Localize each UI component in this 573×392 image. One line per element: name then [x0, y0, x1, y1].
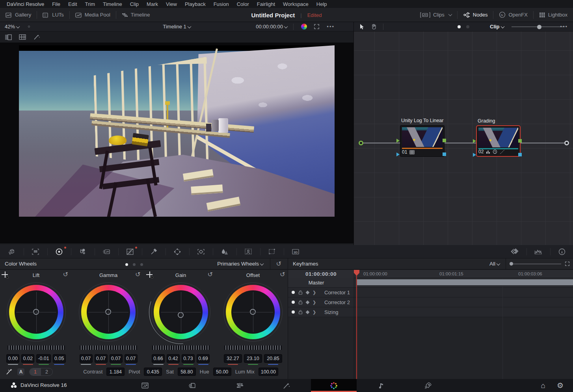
power-windows-tool[interactable]	[166, 245, 189, 258]
wheel-inner-area[interactable]	[231, 290, 275, 334]
master-track-bar[interactable]	[357, 279, 573, 285]
blur-tool[interactable]	[213, 245, 236, 258]
gamma-value-master[interactable]: 0.07	[80, 354, 93, 363]
gallery-button[interactable]: Gallery	[0, 8, 37, 22]
camera-raw-tool[interactable]	[0, 245, 24, 258]
fairlight-page-button[interactable]	[358, 379, 404, 392]
wheels-mode-select[interactable]: Primaries Wheels	[217, 261, 263, 267]
cursor-arrow-icon[interactable]	[359, 24, 365, 30]
menu-edit[interactable]: Edit	[65, 0, 80, 8]
options-menu-icon[interactable]: •••	[560, 24, 568, 30]
menu-fairlight[interactable]: Fairlight	[253, 0, 279, 8]
media-pool-button[interactable]: Media Pool	[70, 8, 116, 22]
reset-lift-icon[interactable]: ↺	[63, 271, 68, 278]
media-page-button[interactable]	[122, 379, 168, 392]
cut-page-button[interactable]	[169, 379, 215, 392]
view-dot-b[interactable]	[466, 25, 469, 28]
expand-icon[interactable]	[314, 24, 320, 30]
node-input-rgb-port[interactable]	[396, 139, 400, 143]
source-node-port[interactable]	[359, 141, 363, 145]
qualifier-tool[interactable]	[142, 245, 166, 258]
expand-icon[interactable]	[565, 261, 570, 266]
reset-gain-icon[interactable]: ↺	[208, 271, 213, 278]
wheel-inner-area[interactable]	[87, 290, 130, 334]
output-node-port[interactable]	[564, 141, 569, 145]
reset-all-icon[interactable]: ↺	[276, 261, 281, 267]
menu-workspace[interactable]: Workspace	[279, 0, 312, 8]
openfx-button[interactable]: fxOpenFX	[493, 8, 533, 22]
node-zoom-handle[interactable]	[537, 25, 541, 29]
expand-chevron-icon[interactable]: ❯	[313, 310, 316, 315]
keyframes-ruler[interactable]: 01:00:00:0001:00:01:1501:00:03:06	[354, 270, 573, 278]
gain-value-master[interactable]: 0.66	[152, 354, 165, 363]
wheel-inner-area[interactable]	[15, 290, 58, 334]
expand-chevron-icon[interactable]: ❯	[313, 300, 316, 305]
viewer-canvas[interactable]	[0, 43, 353, 243]
keyframes-tool[interactable]	[503, 245, 526, 258]
track-enable-dot[interactable]	[292, 310, 295, 314]
key-tool[interactable]	[236, 245, 260, 258]
reset-offset-icon[interactable]: ↺	[280, 271, 285, 278]
offset-master-wheel[interactable]	[222, 345, 284, 351]
lift-value-red[interactable]: 0.02	[21, 354, 34, 363]
motion-effects-tool[interactable]	[95, 245, 118, 258]
node-mode-select[interactable]: Clip	[490, 24, 504, 30]
timeline-button[interactable]: Timeline	[116, 8, 156, 22]
lightbox-button[interactable]: Lightbox	[534, 8, 573, 22]
pan-hand-icon[interactable]	[371, 24, 377, 30]
keyframes-playhead-line[interactable]	[356, 270, 357, 379]
sizing-tool[interactable]	[260, 245, 284, 258]
wheel-balance-indicator[interactable]	[33, 309, 39, 315]
expand-chevron-icon[interactable]: ❯	[313, 290, 316, 295]
track-row-corrector-1[interactable]: ❯Corrector 1	[288, 288, 573, 297]
info-tool[interactable]	[550, 245, 573, 258]
node-input-rgb-port[interactable]	[473, 139, 476, 143]
lock-icon[interactable]	[298, 290, 303, 295]
gain-value-red[interactable]: 0.42	[167, 354, 180, 363]
picker-crosshair-icon[interactable]	[2, 271, 9, 279]
menu-file[interactable]: File	[48, 0, 64, 8]
lock-icon[interactable]	[298, 310, 303, 314]
viewer-timecode[interactable]: 00:00:00:00	[256, 24, 287, 30]
menu-view[interactable]: View	[162, 0, 180, 8]
enhance-icon[interactable]	[301, 24, 307, 30]
curves-tool[interactable]	[118, 245, 142, 258]
luts-button[interactable]: LUTs	[37, 8, 69, 22]
grid-view-icon[interactable]	[19, 34, 26, 40]
wheel-balance-indicator[interactable]	[250, 309, 256, 315]
menu-playback[interactable]: Playback	[181, 0, 209, 8]
offset-value-red[interactable]: 32.27	[224, 354, 242, 363]
keyframe-diamond-icon[interactable]	[306, 290, 310, 294]
menu-color[interactable]: Color	[233, 0, 253, 8]
picker-crosshair-icon[interactable]	[146, 271, 153, 279]
deliver-page-button[interactable]	[406, 379, 451, 392]
keyframes-filter-select[interactable]: All	[489, 261, 500, 267]
lock-icon[interactable]	[298, 300, 303, 305]
home-icon[interactable]: ⌂	[541, 382, 545, 389]
options-menu-icon[interactable]: •••	[327, 24, 335, 30]
gain-color-wheel[interactable]	[151, 282, 210, 342]
lift-value-master[interactable]: 0.00	[6, 354, 19, 363]
settings-gear-icon[interactable]: ⚙	[557, 382, 564, 389]
color-wheels-tool[interactable]	[47, 245, 71, 258]
gamma-value-green[interactable]: 0.07	[110, 354, 123, 363]
corrector-node-01[interactable]: Unity Log To Linear01	[400, 125, 445, 157]
gain-value-blue[interactable]: 0.69	[197, 354, 210, 363]
lift-value-green[interactable]: -0.01	[36, 354, 51, 363]
node-input-key-port[interactable]	[473, 153, 476, 157]
node-input-key-port[interactable]	[396, 152, 400, 156]
track-row-sizing[interactable]: ❯Sizing	[288, 307, 573, 317]
node-output-rgb-port[interactable]	[518, 139, 522, 143]
node-output-rgb-port[interactable]	[443, 139, 446, 142]
track-enable-dot[interactable]	[292, 291, 295, 294]
keyframes-zoom-handle[interactable]	[510, 262, 513, 266]
image-wipe-icon[interactable]	[5, 34, 12, 40]
wheel-balance-indicator[interactable]	[105, 309, 111, 315]
lift-master-wheel[interactable]	[5, 345, 67, 351]
nodes-button[interactable]: Nodes	[458, 8, 493, 22]
menu-help[interactable]: Help	[313, 0, 331, 8]
node-graph[interactable]: Unity Log To Linear01Grading02	[354, 32, 573, 245]
scopes-tool[interactable]	[526, 245, 550, 258]
color-match-tool[interactable]	[24, 245, 47, 258]
lift-color-wheel[interactable]	[7, 282, 66, 342]
